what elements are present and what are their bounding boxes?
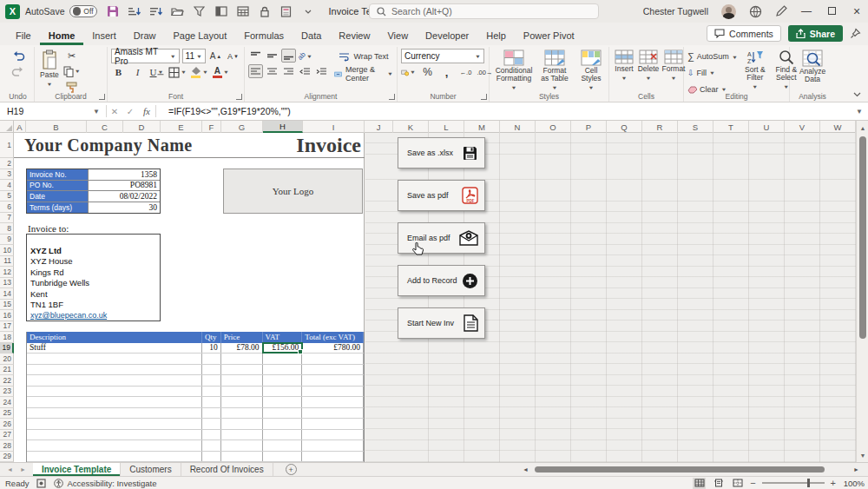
row-header-4[interactable]: 4 (0, 180, 14, 191)
ribbon-tab-file[interactable]: File (7, 27, 40, 45)
row-header-19[interactable]: 19 (0, 343, 14, 354)
excel-logo-icon[interactable]: X (5, 4, 20, 19)
ribbon-tab-help[interactable]: Help (477, 27, 515, 45)
save-icon[interactable] (106, 4, 120, 18)
address-line-3[interactable]: Tunbridge Wells (30, 278, 160, 289)
row-header-17[interactable]: 17 (0, 321, 14, 333)
format-as-table-button[interactable]: Format as Table ▼ (536, 49, 573, 92)
empty-cell[interactable] (302, 397, 364, 407)
comma-style-icon[interactable]: , (439, 65, 454, 79)
address-line-4[interactable]: Kent (30, 288, 160, 300)
column-header-V[interactable]: V (785, 121, 820, 133)
empty-cell[interactable] (263, 365, 303, 375)
underline-button[interactable]: U▼ (149, 65, 164, 79)
analyze-data-button[interactable]: Analyze Data (793, 49, 832, 90)
row-header-24[interactable]: 24 (0, 397, 14, 408)
user-name[interactable]: Chester Tugwell (643, 6, 708, 17)
minimize-button[interactable]: — (800, 5, 812, 17)
sheet-nav-right-icon[interactable]: ► (20, 466, 26, 472)
empty-cell[interactable] (302, 419, 364, 429)
save-as-xlsx-button[interactable]: Save as .xlsx (398, 137, 485, 169)
item-cell[interactable]: £780.00 (302, 343, 364, 354)
empty-cell[interactable] (302, 430, 364, 440)
column-header-D[interactable]: D (123, 121, 161, 133)
items-header-cell[interactable]: Description (27, 332, 202, 343)
increase-decimal-icon[interactable]: ←.0 (458, 65, 473, 79)
item-cell[interactable]: £156.00 (263, 343, 303, 354)
accessibility-status[interactable]: Accessibility: Investigate (54, 479, 156, 488)
user-avatar[interactable] (721, 4, 736, 19)
row-header-5[interactable]: 5 (0, 191, 14, 202)
percent-icon[interactable]: % (420, 65, 435, 79)
ribbon-tab-view[interactable]: View (378, 27, 417, 45)
row-header-7[interactable]: 7 (0, 213, 14, 224)
empty-cell[interactable] (202, 452, 221, 462)
shrink-font-icon[interactable]: A▼ (226, 50, 240, 63)
items-header-cell[interactable]: Qty (202, 332, 221, 343)
row-header-2[interactable]: 2 (0, 158, 14, 169)
row-header-21[interactable]: 21 (0, 365, 14, 376)
number-dialog-launcher[interactable] (481, 94, 487, 100)
row-header-12[interactable]: 12 (0, 267, 14, 278)
empty-cell[interactable] (221, 419, 263, 429)
close-button[interactable]: × (851, 4, 863, 18)
lock-icon[interactable] (258, 4, 272, 18)
row-header-13[interactable]: 13 (0, 278, 14, 289)
empty-cell[interactable] (221, 452, 263, 462)
grow-font-icon[interactable]: A▲ (208, 50, 223, 63)
sheet-tab-record-of-invoices[interactable]: Record Of Invoices (181, 463, 273, 476)
cut-icon[interactable]: ✂ (63, 49, 81, 63)
bold-button[interactable]: B (111, 65, 126, 79)
formula-input[interactable]: =IF(F19<>"",G19*F19*20%,"") (168, 106, 291, 116)
row-header-25[interactable]: 25 (0, 408, 14, 420)
column-header-Q[interactable]: Q (607, 121, 642, 133)
column-header-S[interactable]: S (678, 121, 713, 133)
meta-value-cell[interactable]: 30 (88, 202, 160, 214)
wrap-text-button[interactable]: Wrap Text (334, 50, 393, 63)
items-header-cell[interactable]: VAT (263, 332, 303, 343)
scroll-up-icon[interactable]: ▲ (857, 122, 868, 133)
row-header-28[interactable]: 28 (0, 440, 14, 452)
insert-cells-button[interactable]: Insert ▼ (613, 49, 635, 83)
undo-button[interactable] (10, 49, 25, 63)
empty-cell[interactable] (263, 440, 303, 451)
empty-cell[interactable] (27, 354, 202, 364)
ribbon-tab-developer[interactable]: Developer (417, 27, 477, 45)
empty-cell[interactable] (302, 387, 364, 397)
row-header-14[interactable]: 14 (0, 288, 14, 300)
autosave-toggle[interactable]: Off (69, 5, 97, 17)
merge-center-button[interactable]: Merge & Center ▼ (334, 67, 393, 81)
accounting-format-icon[interactable]: ▼ (401, 65, 416, 79)
empty-cell[interactable] (302, 365, 364, 375)
column-header-R[interactable]: R (642, 121, 678, 133)
items-header-cell[interactable]: Total (exc VAT) (302, 332, 364, 343)
empty-cell[interactable] (263, 387, 303, 397)
font-color-icon[interactable]: A ▼ (213, 65, 229, 79)
decrease-indent-icon[interactable] (298, 64, 312, 78)
orientation-icon[interactable]: ab▼ (298, 49, 312, 63)
column-header-L[interactable]: L (429, 121, 464, 133)
empty-cell[interactable] (263, 375, 303, 386)
row-header-15[interactable]: 15 (0, 300, 14, 311)
column-header-I[interactable]: I (303, 121, 365, 133)
search-input[interactable]: Search (Alt+Q) (369, 3, 599, 19)
meta-value-cell[interactable]: 08/02/2022 (88, 191, 160, 202)
copy-icon[interactable]: ▼ (63, 64, 81, 78)
empty-cell[interactable] (27, 408, 202, 419)
empty-cell[interactable] (202, 440, 221, 451)
vertical-scroll-thumb[interactable] (859, 136, 866, 339)
empty-cell[interactable] (221, 387, 263, 397)
row-header-27[interactable]: 27 (0, 430, 14, 441)
item-cell[interactable]: 10 (202, 343, 221, 354)
scroll-left-icon[interactable]: ◄ (523, 466, 529, 472)
row-header-20[interactable]: 20 (0, 354, 14, 365)
ribbon-tab-power-pivot[interactable]: Power Pivot (515, 27, 583, 45)
align-right-icon[interactable] (281, 64, 296, 78)
qat-overflow-icon[interactable] (301, 4, 315, 18)
format-cells-button[interactable]: Format ▼ (661, 49, 686, 83)
autosum-button[interactable]: ∑ AutoSum▼ (687, 50, 738, 63)
empty-cell[interactable] (202, 354, 221, 364)
horizontal-scroll-thumb[interactable] (535, 466, 825, 472)
email-link[interactable]: xyz@bluepecan.co.uk (30, 310, 160, 321)
items-header-cell[interactable]: Price (221, 332, 263, 343)
